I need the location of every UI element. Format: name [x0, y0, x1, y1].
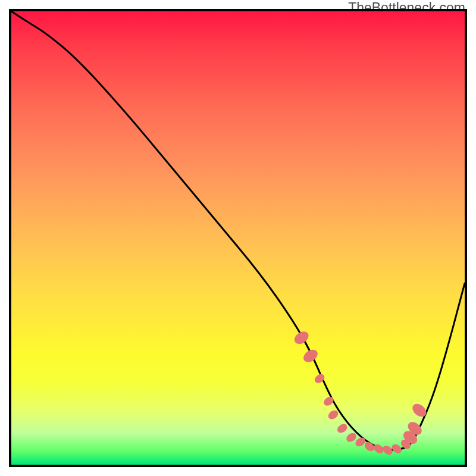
chart-container: TheBottleneck.com	[0, 0, 476, 476]
curve-layer	[11, 11, 465, 450]
chart-svg	[11, 11, 465, 465]
marker-dot	[322, 395, 335, 408]
marker-dot	[336, 422, 349, 435]
bottleneck-curve	[11, 11, 465, 450]
highlight-markers	[292, 329, 429, 457]
marker-dot	[292, 329, 311, 347]
plot-area	[9, 9, 467, 467]
marker-dot	[301, 347, 320, 365]
marker-dot	[410, 401, 428, 419]
